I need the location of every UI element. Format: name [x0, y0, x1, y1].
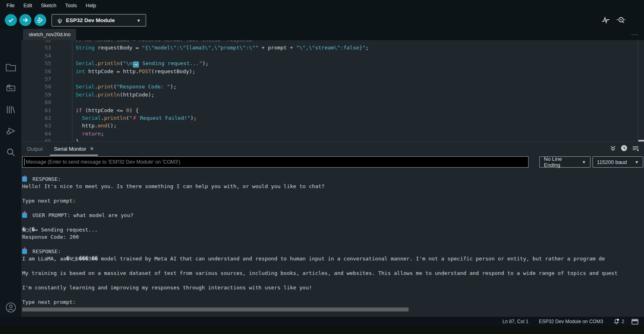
tab-serial-monitor-label: Serial Monitor [54, 146, 86, 152]
horizontal-scrollbar-thumb[interactable] [22, 307, 409, 311]
code-line-55: 55Serial.println("\n→ Sending request...… [21, 59, 644, 67]
code-text [72, 52, 644, 59]
code-line-53: 53String requestBody = "{\"model\":\"lla… [21, 44, 644, 51]
code-line-56: 56int httpCode = http.POST(requestBody); [21, 68, 644, 75]
board-port-status[interactable]: ESP32 Dev Module on COM3 [539, 319, 603, 324]
line-number: 65 [21, 137, 51, 141]
serial-output-line: USER PROMPT: what model are you? [22, 212, 643, 219]
user-avatar-icon [5, 302, 17, 313]
line-number: 56 [21, 68, 51, 75]
code-text [72, 75, 644, 83]
tab-serial-monitor[interactable]: Serial Monitor ✕ [48, 142, 99, 156]
code-text: int httpCode = http.POST(requestBody); [72, 68, 644, 75]
code-line-58: 58Serial.print("Response Code: "); [21, 83, 644, 90]
cross-mark-icon: ✗ [132, 115, 137, 121]
tab-overflow-menu[interactable]: ··· [631, 31, 638, 37]
text-cursor [24, 158, 25, 166]
serial-output-line: RESPONSE: [22, 248, 643, 255]
plotter-waveform-icon [601, 16, 610, 24]
sidebar-item-debug[interactable] [5, 125, 17, 137]
menu-tools[interactable]: Tools [61, 2, 81, 10]
serial-output-line [22, 262, 643, 270]
code-line-57: 57 [21, 75, 644, 83]
code-text: Serial.println("✗ Request Failed!"); [72, 114, 644, 122]
serial-monitor-icon [616, 16, 626, 24]
upload-button[interactable] [19, 14, 31, 26]
serial-monitor-output[interactable]: RESPONSE:Hello! It's nice to meet you. I… [22, 176, 643, 308]
serial-monitor-button[interactable] [616, 16, 626, 24]
line-number: 64 [21, 130, 51, 137]
line-number: 55 [21, 59, 51, 67]
status-bar: Ln 87, Col 1 ESP32 Dev Module on COM3 2 [0, 317, 644, 326]
serial-plotter-button[interactable] [601, 16, 610, 24]
code-text: } [72, 137, 644, 141]
sidebar-item-sketchbook[interactable] [5, 61, 17, 73]
serial-message-input[interactable] [22, 156, 528, 168]
serial-output-line [22, 219, 643, 226]
usb-icon: ψ [58, 17, 62, 24]
baud-rate-dropdown[interactable]: 115200 baud ▼ [592, 156, 643, 168]
line-number: 52 [21, 40, 51, 44]
serial-output-line: Type next prompt: [22, 197, 643, 205]
serial-output-line [22, 190, 643, 197]
line-number: 60 [21, 98, 51, 106]
serial-output-line: My training is based on a massive datase… [22, 270, 643, 277]
tab-output[interactable]: Output [21, 142, 48, 156]
code-editor[interactable]: 52// no format used → returns normal tex… [21, 40, 644, 141]
board-selector-label: ESP32 Dev Module [66, 17, 136, 23]
collapse-panel-icon[interactable] [610, 145, 616, 152]
sidebar-item-search[interactable] [5, 146, 17, 158]
debug-button[interactable] [34, 14, 46, 26]
tab-sketch[interactable]: sketch_nov20d.ino [23, 29, 76, 40]
bug-play-icon [37, 16, 44, 24]
bottom-panel: Output Serial Monitor ✕ [21, 141, 644, 317]
line-number: 62 [21, 114, 51, 122]
serial-output-line: RESPONSE: [22, 176, 643, 183]
code-line-64: 64 return; [21, 130, 644, 137]
toolbar: ψ ESP32 Dev Module ▼ [0, 11, 644, 29]
bell-icon [613, 318, 619, 325]
timestamp-toggle-icon[interactable] [621, 145, 627, 152]
close-icon[interactable]: ✕ [90, 146, 94, 152]
menu-sketch[interactable]: Sketch [37, 2, 60, 10]
clear-output-icon[interactable] [632, 145, 639, 152]
menu-file[interactable]: File [2, 2, 19, 10]
code-text: Serial.print("Response Code: "); [72, 83, 644, 90]
editor-scrollbar-track[interactable] [638, 40, 638, 141]
serial-output-line [22, 291, 643, 299]
serial-send-row: No Line Ending ▼ 115200 baud ▼ [22, 156, 643, 168]
menu-edit[interactable]: Edit [19, 2, 36, 10]
code-text: String requestBody = "{\"model\":\"llama… [72, 44, 644, 51]
sidebar-item-library-manager[interactable] [5, 104, 17, 115]
notifications-button[interactable]: 2 [613, 318, 624, 325]
debug-bug-icon [6, 126, 16, 136]
code-line-59: 59Serial.println(httpCode); [21, 91, 644, 98]
bottom-edge-strip [0, 326, 644, 334]
chevron-down-icon: ▼ [136, 18, 141, 23]
board-selector-dropdown[interactable]: ψ ESP32 Dev Module ▼ [52, 14, 146, 27]
panel-layout-toggle[interactable] [632, 319, 638, 325]
baud-rate-value: 115200 baud [597, 159, 627, 165]
serial-output-line [22, 241, 643, 248]
verify-button[interactable] [5, 14, 17, 26]
serial-output-line: Type next prompt: [22, 299, 643, 306]
folder-icon [6, 63, 16, 72]
code-text: if (httpCode <= 0) { [72, 107, 644, 114]
line-number: 63 [21, 122, 51, 129]
arrow-right-icon [22, 17, 29, 23]
code-text: Serial.println("\n→ Sending request...")… [72, 59, 644, 67]
line-number: 54 [21, 52, 51, 59]
serial-output-line: Hello! It's nice to meet you. Is there s… [22, 183, 643, 190]
code-line-63: 63 http.end(); [21, 122, 644, 129]
account-button[interactable] [5, 301, 17, 313]
tab-sketch-label: sketch_nov20d.ino [29, 32, 70, 37]
sidebar-item-boards-manager[interactable] [5, 82, 17, 94]
menu-help[interactable]: Help [82, 2, 100, 10]
code-text [72, 98, 644, 106]
line-ending-value: No Line Ending [544, 156, 578, 168]
panel-tab-bar: Output Serial Monitor ✕ [21, 142, 644, 156]
line-number: 57 [21, 75, 51, 83]
line-ending-dropdown[interactable]: No Line Ending ▼ [539, 156, 590, 168]
chevron-down-icon: ▼ [631, 160, 639, 164]
window-layout-icon [632, 319, 638, 325]
